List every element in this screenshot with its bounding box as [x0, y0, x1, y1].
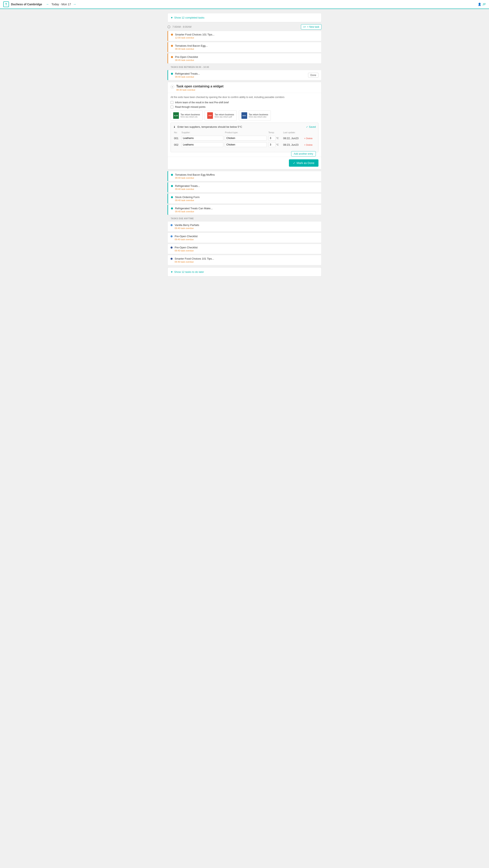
checkbox-1[interactable] — [171, 101, 174, 104]
row-delete: × Delete — [303, 142, 316, 148]
task-title: Smarter Food Choices 101 Tips... — [175, 257, 318, 260]
attachment-name: Tax return business — [181, 113, 200, 116]
col-last-update: Last update: — [282, 130, 303, 135]
user-icon: 👤 — [478, 3, 481, 6]
task-item[interactable]: Tomatoes And Bacon Egg... 08:30 task ove… — [167, 42, 322, 52]
task-item[interactable]: Pre-Open Checklist 09:40 task overdue — [167, 232, 322, 243]
task-title: Refrigerated Treats... — [175, 184, 318, 187]
col-temp: Temp: — [268, 130, 282, 135]
supplier-row: 002 °C — [173, 142, 316, 148]
done-button[interactable]: Done — [308, 73, 318, 78]
supplier-input-0[interactable] — [182, 136, 223, 141]
task-dot-teal — [171, 185, 173, 187]
task-item-refrigerated[interactable]: Refrigerated Treats... 09:40 task overdu… — [167, 70, 322, 80]
row-supplier — [181, 135, 224, 142]
delete-button-1[interactable]: × Delete — [304, 144, 312, 146]
task-item[interactable]: Tomatoes And Bacon Egg Muffins 09:40 tas… — [167, 171, 322, 181]
temp-input-0[interactable] — [268, 136, 276, 141]
chevron-down-icon: ▾ — [171, 270, 173, 274]
task-dot-dark-blue — [171, 258, 173, 260]
task-dot-teal — [171, 208, 173, 210]
col-supplier: Supplier: — [181, 130, 224, 135]
date-navigation: ← Today · Mon 17 → — [46, 2, 478, 6]
task-subtitle: 09:40 task overdue — [175, 199, 318, 202]
add-entry-button[interactable]: Add another entry — [291, 151, 316, 156]
time-circle-icon — [167, 26, 170, 28]
task-title: Pre-Open Checklist — [175, 246, 318, 249]
temp-unit-0: °C — [276, 137, 278, 140]
user-menu[interactable]: 👤 JP — [478, 3, 486, 6]
supplier-table: No: Supplier: Product type: Temp: Last u… — [173, 130, 316, 148]
attachments-area: XLSX Tax return business hmrc-tax-return… — [171, 111, 318, 121]
task-item[interactable]: Vanilla Berry Parfaits 09:40 task overdu… — [167, 221, 322, 232]
attachment-filename: hmrc-tax-return.xls — [181, 116, 200, 118]
row-last-update: 08:22, Jun23 — [282, 135, 303, 142]
close-button[interactable]: × — [171, 85, 174, 89]
prev-day-button[interactable]: ← — [46, 2, 49, 6]
widget-subtitle: 08:30 task overdue — [176, 89, 318, 91]
task-dot-teal — [171, 73, 173, 75]
task-title: Pre-Open Checklist — [175, 235, 318, 238]
temp-unit-1: °C — [276, 144, 278, 146]
task-content: Stock Ordering Form 09:40 task overdue — [175, 196, 318, 202]
task-content: Pre-Open Checklist 09:40 task overdue — [175, 235, 318, 241]
task-item[interactable]: Refrigerated Treats Can Make... 09:40 ta… — [167, 205, 322, 215]
attachment-filename: hmrc-tax-return.doc — [249, 116, 268, 118]
col-product: Product type: — [224, 130, 268, 135]
widget-body: All fire exits have been checked by open… — [168, 93, 321, 157]
col-no: No: — [173, 130, 181, 135]
widget-description: All fire exits have been checked by open… — [171, 95, 318, 99]
attachment-info: Tax return business hmrc-tax-return.doc — [249, 113, 268, 118]
task-item[interactable]: Pre-Open Checklist 09:40 task overdue — [167, 244, 322, 254]
attachment-pdf[interactable]: PDF Tax return business hmrc-tax-return.… — [205, 111, 237, 121]
task-item[interactable]: Pre-Open Checklist 08:45 task overdue — [167, 53, 322, 64]
product-input-0[interactable] — [225, 136, 267, 141]
time-range-label: 7:00AM - 8:00AM — [172, 26, 299, 28]
show-later-bar[interactable]: ▾ Show 12 tasks to do later — [167, 267, 322, 277]
task-dot-teal — [171, 196, 173, 198]
show-completed-bar[interactable]: ▾ Show 12 completed tasks — [167, 13, 322, 22]
supplier-header: 🌡 Enter two suppliers, temperatures shou… — [173, 125, 316, 128]
row-product — [224, 142, 268, 148]
task-item[interactable]: Smarter Food Choices 101 Tips... 12:00 t… — [167, 31, 322, 41]
task-item[interactable]: Refrigerated Treats... 09:40 task overdu… — [167, 182, 322, 192]
new-task-button[interactable]: ≡+ + New task — [301, 24, 322, 30]
task-content: Smarter Food Choices 101 Tips... 12:00 t… — [175, 33, 318, 39]
mark-done-button[interactable]: ✓ Mark as Done — [289, 159, 318, 167]
widget-title: Task open containing a widget — [176, 85, 318, 88]
col-actions — [303, 130, 316, 135]
checkbox-label-1: Inform team of the result in the next Pr… — [175, 101, 228, 104]
task-content: Refrigerated Treats... 09:40 task overdu… — [175, 184, 318, 190]
delete-button-0[interactable]: × Delete — [304, 137, 312, 140]
checkbox-2[interactable] — [171, 105, 174, 108]
xlsx-icon: XLSX — [173, 112, 179, 119]
task-item[interactable]: Smarter Food Choices 101 Tips... 09:40 t… — [167, 255, 322, 265]
temp-input-1[interactable] — [268, 142, 276, 147]
row-no: 002 — [173, 142, 181, 148]
expanded-task-widget: × Task open containing a widget 08:30 ta… — [167, 82, 322, 169]
row-no-value: 002 — [174, 143, 179, 146]
task-dot-blue — [171, 224, 173, 226]
checkbox-label-2: Read through missed points — [175, 105, 205, 108]
plus-icon: ≡+ — [303, 26, 306, 28]
task-subtitle: 09:40 task overdue — [175, 75, 306, 78]
next-day-button[interactable]: → — [73, 2, 76, 6]
thermometer-icon: 🌡 — [173, 125, 176, 128]
row-product — [224, 135, 268, 142]
row-no-value: 001 — [174, 137, 179, 140]
task-content: Refrigerated Treats Can Make... 09:40 ta… — [175, 207, 318, 213]
checkbox-item-2[interactable]: Read through missed points — [171, 105, 318, 108]
task-dot-orange — [171, 34, 173, 36]
task-item[interactable]: Stock Ordering Form 09:40 task overdue — [167, 193, 322, 204]
show-completed-label: Show 12 completed tasks — [174, 16, 204, 19]
supplier-input-1[interactable] — [182, 142, 223, 147]
task-content: Vanilla Berry Parfaits 09:40 task overdu… — [175, 223, 318, 229]
product-input-1[interactable] — [225, 142, 267, 147]
task-content: Smarter Food Choices 101 Tips... 09:40 t… — [175, 257, 318, 263]
task-subtitle: 09:40 task overdue — [175, 177, 318, 179]
task-subtitle: 09:40 task overdue — [175, 260, 318, 263]
checkbox-item-1[interactable]: Inform team of the result in the next Pr… — [171, 101, 318, 104]
attachment-doc[interactable]: DOC Tax return business hmrc-tax-return.… — [239, 111, 271, 121]
attachment-xlsx[interactable]: XLSX Tax return business hmrc-tax-return… — [171, 111, 203, 121]
task-content: Tomatoes And Bacon Egg... 08:30 task ove… — [175, 44, 318, 50]
